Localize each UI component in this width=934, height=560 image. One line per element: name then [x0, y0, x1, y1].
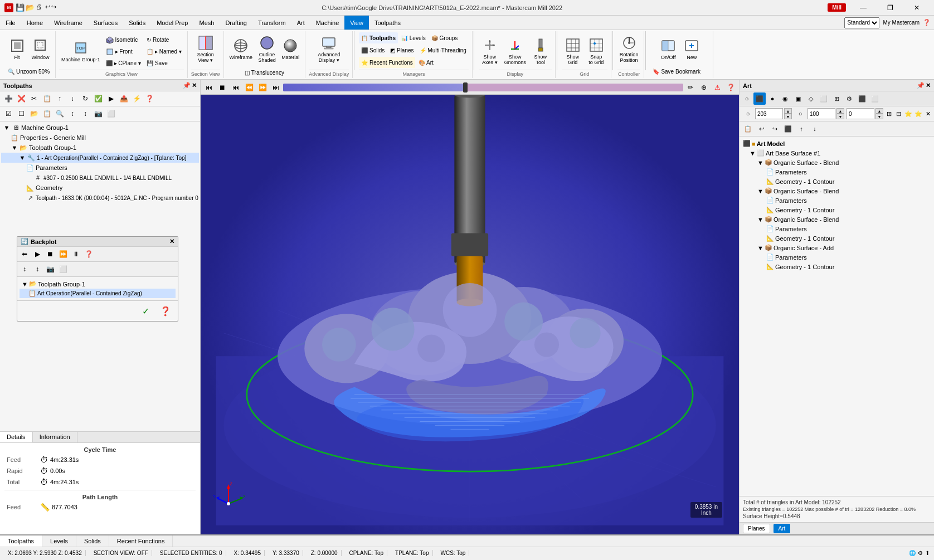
tp-up-btn[interactable]: ↑ — [53, 92, 66, 105]
show-axes-btn[interactable]: ShowAxes ▾ — [479, 35, 501, 68]
menu-view[interactable]: View — [344, 16, 369, 30]
tp-verify-btn[interactable]: ✅ — [92, 92, 104, 105]
tp-group-btn[interactable]: 📂 — [28, 108, 40, 120]
progress-bar[interactable] — [283, 84, 683, 91]
art-org1-geom[interactable]: 📐 Geometry - 1 Contour — [742, 177, 932, 186]
art-ring-btn[interactable]: ◉ — [779, 92, 791, 105]
art-circle-btn[interactable]: ○ — [741, 92, 753, 105]
tp-select-all-btn[interactable]: ☑ — [2, 108, 14, 120]
multi-threading-btn[interactable]: ⚡ Multi-Threading — [417, 45, 469, 56]
art-organic1-item[interactable]: ▼ 📦 Organic Surface - Blend — [742, 158, 932, 167]
art-undo2-btn[interactable]: ↩ — [755, 123, 767, 135]
front-btn[interactable]: ▸ Front — [104, 46, 143, 57]
isometric-btn[interactable]: Isometric — [104, 35, 143, 46]
art-org2-params[interactable]: 📄 Parameters — [742, 196, 932, 205]
bp-help-btn[interactable]: ❓ — [82, 248, 95, 260]
restore-btn[interactable]: ❐ — [877, 0, 903, 16]
menu-solids[interactable]: Solids — [123, 16, 151, 30]
art-org3-params[interactable]: 📄 Parameters — [742, 224, 932, 233]
bottom-tab-toolpaths[interactable]: Toolpaths — [0, 535, 42, 547]
bp-help2-btn[interactable]: ❓ — [158, 303, 173, 319]
bp-group-item[interactable]: ▼ 📂 Toolpath Group-1 — [20, 279, 176, 289]
bp-draw2-btn[interactable]: ↕ — [31, 263, 43, 275]
play-settings-btn[interactable]: ⊕ — [698, 81, 710, 94]
tp-simulate-btn[interactable]: ▶ — [105, 92, 117, 105]
art-sub-btn[interactable]: ⊟ — [895, 108, 902, 120]
information-tab[interactable]: Information — [33, 432, 77, 442]
save-btn[interactable]: 💾 — [16, 3, 25, 12]
groups-btn[interactable]: 📦 Groups — [429, 32, 460, 43]
bottom-tab-levels[interactable]: Levels — [42, 535, 76, 547]
bp-view2-btn[interactable]: ⬜ — [57, 263, 69, 275]
panel-close-btn[interactable]: ✕ — [192, 82, 197, 89]
bp-art-item[interactable]: 📋 Art Operation(Parallel - Contained Zig… — [20, 289, 176, 298]
print-btn[interactable]: 🖨 — [36, 3, 42, 12]
levels-btn[interactable]: 📊 Levels — [399, 32, 428, 43]
tree-tool[interactable]: # #307 - 0.2500 BALL ENDMILL - 1/4 BALL … — [1, 173, 199, 183]
details-tab[interactable]: Details — [0, 432, 33, 442]
art-down-btn[interactable]: ↓ — [809, 123, 821, 135]
art-pin-btn[interactable]: 📌 — [917, 82, 925, 89]
art-spin-down-2[interactable]: ▼ — [836, 114, 844, 119]
art-star1-btn[interactable]: ⭐ — [904, 108, 912, 120]
art-spin-down-3[interactable]: ▼ — [875, 114, 883, 119]
menu-file[interactable]: File — [0, 16, 21, 30]
art-organic2-item[interactable]: ▼ 📦 Organic Surface - Blend — [742, 186, 932, 196]
status-icon-3[interactable]: ⬆ — [925, 550, 930, 556]
menu-mesh[interactable]: Mesh — [193, 16, 220, 30]
art-model-item[interactable]: ⬛ ■ Art Model — [742, 139, 932, 148]
art-org4-params[interactable]: 📄 Parameters — [742, 252, 932, 262]
art-star2-btn[interactable]: ⭐ — [914, 108, 922, 120]
bp-rewind-btn[interactable]: ⬅ — [18, 248, 31, 260]
outline-shaded-btn[interactable]: OutlineShaded — [256, 32, 278, 66]
tp-cut-btn[interactable]: ✂ — [28, 92, 40, 105]
advanced-display-btn[interactable]: AdvancedDisplay ▾ — [315, 32, 342, 66]
art-org3-geom[interactable]: 📐 Geometry - 1 Contour — [742, 233, 932, 243]
tree-properties[interactable]: 📋 Properties - Generic Mill — [1, 133, 199, 143]
toolpaths-manager-btn[interactable]: 📋 Toolpaths — [359, 32, 398, 43]
play-begin-btn[interactable]: ⏮ — [203, 81, 215, 94]
bottom-tab-solids[interactable]: Solids — [76, 535, 109, 547]
top-view-btn[interactable]: TOP Machine Group-1 — [59, 35, 103, 68]
play-danger-btn[interactable]: ⚠ — [711, 81, 723, 94]
tree-machine-group[interactable]: ▼ 🖥 Machine Group-1 — [1, 123, 199, 133]
close-btn[interactable]: ✕ — [904, 0, 930, 16]
status-icon-1[interactable]: 🌐 — [909, 550, 916, 556]
unzoom50-btn[interactable]: 🔍 Unzoom 50% — [6, 66, 52, 77]
art-view2-btn[interactable]: ⬛ — [782, 123, 794, 135]
show-grid-btn[interactable]: ShowGrid — [562, 35, 584, 68]
menu-drafting[interactable]: Drafting — [220, 16, 252, 30]
art-org1-params[interactable]: 📄 Parameters — [742, 167, 932, 177]
tp-select-none-btn[interactable]: ☐ — [15, 108, 27, 120]
tp-help-btn[interactable]: ❓ — [143, 92, 155, 105]
art-base-surface-item[interactable]: ▼ ⬜ Art Base Surface #1 — [742, 148, 932, 158]
show-tool-btn[interactable]: ShowTool — [529, 35, 552, 68]
art-square-btn[interactable]: ⬛ — [753, 92, 766, 105]
art-gear-btn[interactable]: ⚙ — [843, 92, 855, 105]
wireframe-btn[interactable]: Wireframe — [227, 32, 255, 66]
art-plane-tab[interactable]: Art — [774, 524, 791, 533]
bp-draw1-btn[interactable]: ↕ — [18, 263, 31, 275]
bp-fast-btn[interactable]: ⏩ — [57, 248, 69, 260]
art-up-btn[interactable]: ↑ — [795, 123, 807, 135]
bp-pause-btn[interactable]: ⏸ — [70, 248, 82, 260]
tp-copy-btn[interactable]: 📋 — [41, 92, 53, 105]
art-spin-up-1[interactable]: ▲ — [784, 108, 792, 114]
menu-wireframe[interactable]: Wireframe — [48, 16, 88, 30]
art-rect-btn[interactable]: ▣ — [792, 92, 804, 105]
art-black-btn[interactable]: ⬛ — [856, 92, 868, 105]
art-spin-up-2[interactable]: ▲ — [836, 108, 844, 114]
art-organic3-item[interactable]: ▼ 📦 Organic Surface - Blend — [742, 215, 932, 224]
tp-post-btn[interactable]: 📤 — [118, 92, 130, 105]
rotate-btn[interactable]: ↻ Rotate — [144, 35, 184, 46]
menu-home[interactable]: Home — [21, 16, 48, 30]
tp-delete-btn[interactable]: ❌ — [15, 92, 27, 105]
menu-toolpaths[interactable]: Toolpaths — [369, 16, 406, 30]
menu-transform[interactable]: Transform — [252, 16, 291, 30]
art-spin-up-3[interactable]: ▲ — [875, 108, 883, 114]
art-dot-btn2[interactable]: ○ — [794, 108, 806, 120]
art-add-btn[interactable]: ⊞ — [886, 108, 893, 120]
standard-dropdown[interactable]: Standard — [844, 17, 879, 28]
art-dot-btn1[interactable]: ○ — [742, 108, 754, 120]
art-input-1[interactable] — [755, 108, 783, 119]
